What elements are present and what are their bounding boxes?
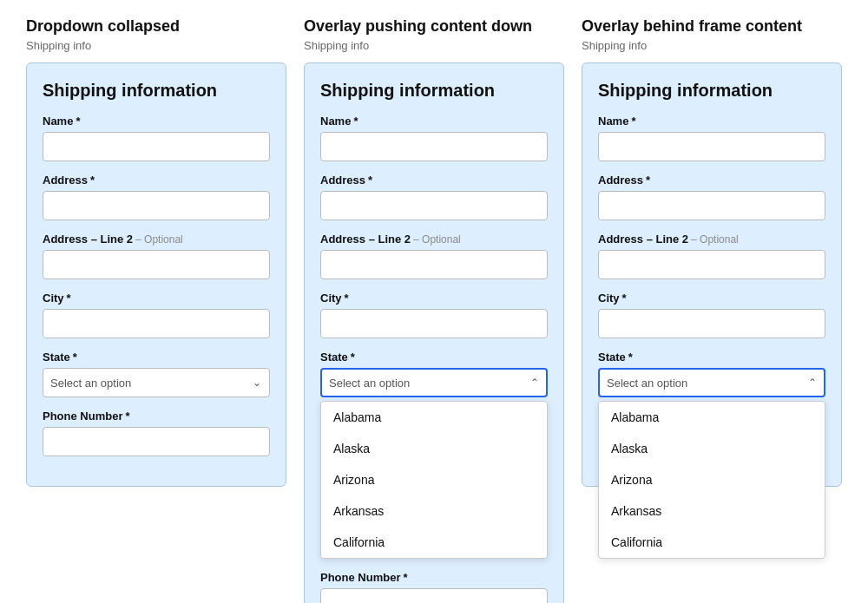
col2-address-label: Address *: [320, 174, 548, 187]
col2-state-label: State *: [320, 351, 548, 364]
col3-city-field: City *: [598, 292, 825, 338]
col1-phone-label: Phone Number *: [43, 410, 270, 423]
col3-dropdown-item-ak[interactable]: Alaska: [599, 433, 825, 464]
col1-city-label: City *: [43, 292, 270, 305]
col1-state-select[interactable]: Select an option Alabama Alaska Arizona …: [43, 368, 270, 397]
column-2: Overlay pushing content down Shipping in…: [295, 17, 573, 603]
col3-address2-label: Address – Line 2 – Optional: [598, 233, 825, 246]
col2-city-label: City *: [320, 292, 548, 305]
col3-address-field: Address *: [598, 174, 825, 220]
col2-state-select-display[interactable]: Select an option: [320, 368, 548, 397]
col2-dropdown-item-ak[interactable]: Alaska: [321, 433, 547, 464]
col3-select-wrapper: Select an option ⌃ Alabama Alaska Arizon…: [598, 368, 825, 397]
col1-phone-field: Phone Number *: [43, 410, 270, 456]
column-3: Overlay behind frame content Shipping in…: [573, 17, 851, 487]
col3-address2-input[interactable]: [598, 250, 825, 279]
col1-state-label: State *: [43, 351, 270, 364]
page-wrapper: Dropdown collapsed Shipping info Shippin…: [17, 17, 851, 603]
col2-address2-field: Address – Line 2 – Optional: [320, 233, 548, 279]
col3-name-input[interactable]: [598, 132, 825, 161]
col2-address2-input[interactable]: [320, 250, 548, 279]
col1-address-input[interactable]: [43, 191, 270, 220]
col2-address-field: Address *: [320, 174, 548, 220]
col3-dropdown-list: Alabama Alaska Arizona Arkansas Californ…: [598, 401, 825, 559]
col2-address2-label: Address – Line 2 – Optional: [320, 233, 548, 246]
col2-address-input[interactable]: [320, 191, 548, 220]
col2-dropdown-item-ca[interactable]: California: [321, 527, 547, 558]
col3-title: Overlay behind frame content: [582, 17, 842, 36]
col1-city-field: City *: [43, 292, 270, 338]
col3-state-select-display[interactable]: Select an option: [598, 368, 825, 397]
col1-address2-input[interactable]: [43, 250, 270, 279]
col1-form-title: Shipping information: [43, 81, 270, 101]
col2-state-field: State * Select an option ⌃ Alabama Alask…: [320, 351, 548, 559]
col3-name-label: Name *: [598, 115, 825, 128]
col3-address2-field: Address – Line 2 – Optional: [598, 233, 825, 279]
col2-title: Overlay pushing content down: [304, 17, 564, 36]
col1-address-label: Address *: [43, 174, 270, 187]
col1-city-input[interactable]: [43, 309, 270, 338]
col1-address-field: Address *: [43, 174, 270, 220]
col3-state-label: State *: [598, 351, 825, 364]
col3-city-label: City *: [598, 292, 825, 305]
column-1: Dropdown collapsed Shipping info Shippin…: [17, 17, 295, 487]
col1-name-field: Name *: [43, 115, 270, 161]
col3-dropdown-item-ar[interactable]: Arkansas: [599, 495, 825, 527]
col3-state-field: State * Select an option ⌃ Alabama Alask…: [598, 351, 825, 397]
col3-dropdown-item-ca[interactable]: California: [599, 527, 825, 558]
col3-dropdown-item-az[interactable]: Arizona: [599, 464, 825, 495]
col2-city-input[interactable]: [320, 309, 548, 338]
col1-phone-input[interactable]: [43, 427, 270, 456]
col1-address2-label: Address – Line 2 – Optional: [43, 233, 270, 246]
col3-dropdown-item-al[interactable]: Alabama: [599, 402, 825, 433]
col3-form-title: Shipping information: [598, 81, 825, 101]
col2-dropdown-item-al[interactable]: Alabama: [321, 402, 547, 433]
col2-frame: Shipping information Name * Address * Ad…: [304, 62, 564, 603]
col3-address-input[interactable]: [598, 191, 825, 220]
col1-subtitle: Shipping info: [26, 39, 286, 52]
col2-name-field: Name *: [320, 115, 548, 161]
col3-frame: Shipping information Name * Address * Ad…: [582, 62, 842, 487]
col1-name-label: Name *: [43, 115, 270, 128]
col2-dropdown-item-az[interactable]: Arizona: [321, 464, 547, 495]
col2-phone-input[interactable]: [320, 588, 548, 603]
col2-name-label: Name *: [320, 115, 548, 128]
col1-select-wrapper: Select an option Alabama Alaska Arizona …: [43, 368, 270, 397]
col2-dropdown-list: Alabama Alaska Arizona Arkansas Californ…: [320, 401, 548, 559]
col3-select-placeholder: Select an option: [607, 377, 687, 390]
col3-subtitle: Shipping info: [582, 39, 842, 52]
col3-address-label: Address *: [598, 174, 825, 187]
col2-name-input[interactable]: [320, 132, 548, 161]
col2-subtitle: Shipping info: [304, 39, 564, 52]
col2-form-title: Shipping information: [320, 81, 548, 101]
col1-address2-field: Address – Line 2 – Optional: [43, 233, 270, 279]
col2-phone-field: Phone Number *: [320, 571, 548, 603]
col2-phone-label: Phone Number *: [320, 571, 548, 584]
col2-select-placeholder: Select an option: [329, 377, 410, 390]
col3-city-input[interactable]: [598, 309, 825, 338]
col2-dropdown-item-ar[interactable]: Arkansas: [321, 495, 547, 527]
col1-frame: Shipping information Name * Address * Ad…: [26, 62, 286, 487]
col2-select-wrapper: Select an option ⌃: [320, 368, 548, 397]
col3-name-field: Name *: [598, 115, 825, 161]
col2-city-field: City *: [320, 292, 548, 338]
col1-name-input[interactable]: [43, 132, 270, 161]
col1-title: Dropdown collapsed: [26, 17, 286, 36]
col1-state-field: State * Select an option Alabama Alaska …: [43, 351, 270, 397]
